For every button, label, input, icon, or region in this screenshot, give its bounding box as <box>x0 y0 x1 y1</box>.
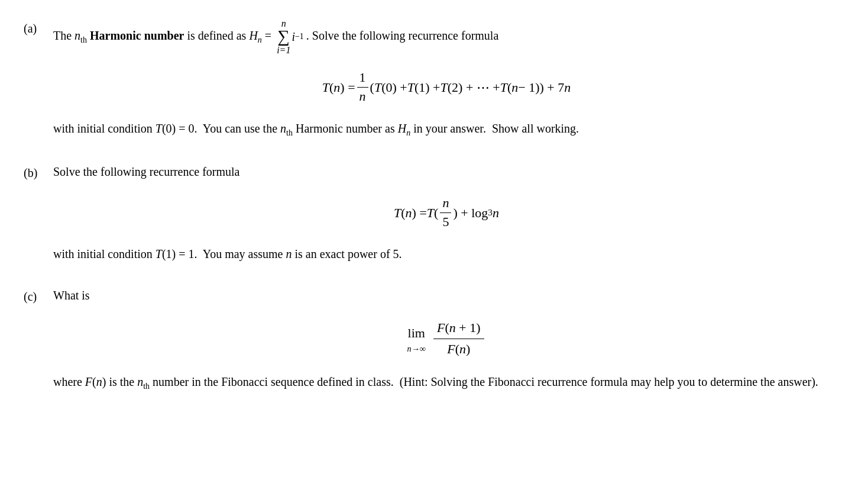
part-b-condition: with initial condition T(1) = 1. You may… <box>53 244 840 263</box>
formula-row-a: T(n) = 1 n (T(0) + T(1) + T(2) + ⋯ + T(n… <box>53 69 840 106</box>
formula-row-c: lim n→∞ F(n + 1) F(n) <box>53 318 840 360</box>
part-b-intro: Solve the following recurrence formula <box>53 162 840 181</box>
part-c-formula: lim n→∞ F(n + 1) F(n) <box>53 318 840 360</box>
part-b-content: Solve the following recurrence formula T… <box>53 162 840 269</box>
formula-row-b: T(n) = T( n 5 ) + log3 n <box>53 194 840 231</box>
fraction-denominator-5: 5 <box>440 213 451 231</box>
part-a-content: The nth Harmonic number is defined as Hn… <box>53 18 840 146</box>
part-c-content: What is lim n→∞ F(n + 1) F(n) where F(n)… <box>53 286 840 400</box>
n-over-5-fraction: n 5 <box>440 194 451 231</box>
part-a-intro-text: The nth Harmonic number is defined as Hn… <box>53 18 840 56</box>
part-a-label: (a) <box>24 18 53 38</box>
lim-text: lim <box>408 323 425 343</box>
fn1-over-fn-fraction: F(n + 1) F(n) <box>433 318 484 360</box>
sigma-symbol: ∑ <box>278 29 290 44</box>
fraction-numerator-1: 1 <box>357 69 368 88</box>
f-n: F(n) <box>443 339 474 360</box>
lim-subscript: n→∞ <box>407 343 426 355</box>
part-b-formula: T(n) = T( n 5 ) + log3 n <box>53 194 840 231</box>
part-a-condition: with initial condition T(0) = 0. You can… <box>53 119 840 140</box>
problem-part-b: (b) Solve the following recurrence formu… <box>24 162 840 269</box>
fraction-denominator-n: n <box>357 88 368 106</box>
hn-symbol: Hn <box>249 29 261 42</box>
part-c-explanation: where F(n) is the nth number in the Fibo… <box>53 372 840 393</box>
sum-lower: i=1 <box>277 44 290 56</box>
part-b-label: (b) <box>24 162 53 182</box>
part-c-intro: What is <box>53 286 840 305</box>
part-c-label: (c) <box>24 286 53 306</box>
one-over-n-fraction: 1 n <box>357 69 368 106</box>
fraction-numerator-n: n <box>440 194 451 213</box>
problem-part-a: (a) The nth Harmonic number is defined a… <box>24 18 840 146</box>
sum-power: −1 <box>295 30 304 43</box>
problem-part-c: (c) What is lim n→∞ F(n + 1) F(n) where … <box>24 286 840 400</box>
harmonic-bold: Harmonic number <box>90 29 184 42</box>
problem-container: (a) The nth Harmonic number is defined a… <box>24 18 840 400</box>
f-n-plus-1: F(n + 1) <box>433 318 484 339</box>
th-sub: th <box>80 36 87 44</box>
nth-italic: n <box>75 29 80 42</box>
part-a-formula: T(n) = 1 n (T(0) + T(1) + T(2) + ⋯ + T(n… <box>53 69 840 106</box>
